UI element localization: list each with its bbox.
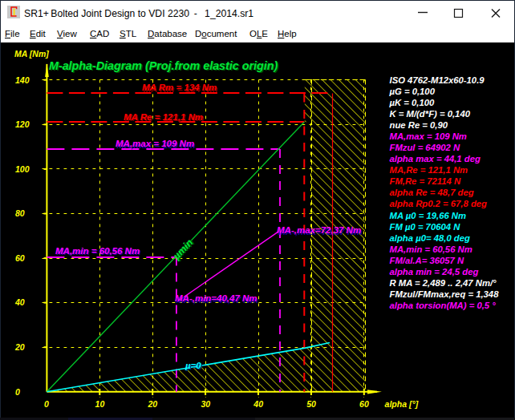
- svg-text:0: 0: [44, 399, 49, 409]
- svg-text:FMzul = 64902 N: FMzul = 64902 N: [390, 143, 460, 152]
- svg-text:µ=0: µ=0: [185, 361, 201, 370]
- svg-text:FM/al.A= 36057 N: FM/al.A= 36057 N: [390, 256, 464, 265]
- svg-text:60: 60: [359, 399, 369, 409]
- svg-text:alpha µ0= 48,0 deg: alpha µ0= 48,0 deg: [390, 233, 470, 243]
- svg-text:10: 10: [95, 399, 105, 409]
- svg-text:FM µ0 = 70604 N: FM µ0 = 70604 N: [390, 222, 461, 232]
- svg-text:MA Rm = 134 Nm: MA Rm = 134 Nm: [142, 83, 217, 92]
- svg-text:K = M/(d*F) = 0,140: K = M/(d*F) = 0,140: [390, 109, 471, 119]
- svg-text:MA,Re = 121,1 Nm: MA,Re = 121,1 Nm: [390, 165, 468, 175]
- svg-text:MA µ0 = 19,66 Nm: MA µ0 = 19,66 Nm: [390, 211, 467, 220]
- svg-text:MA-,min=40,47 Nm: MA-,min=40,47 Nm: [175, 293, 258, 303]
- svg-text:MA,max = 109 Nm: MA,max = 109 Nm: [116, 139, 194, 148]
- svg-text:140: 140: [15, 75, 30, 85]
- svg-text:MA,max = 109 Nm: MA,max = 109 Nm: [390, 131, 467, 141]
- svg-text:alpha max = 44,1 deg: alpha max = 44,1 deg: [390, 154, 481, 164]
- svg-text:100: 100: [15, 164, 30, 174]
- svg-text:MA Re = 121,1 Nm: MA Re = 121,1 Nm: [124, 112, 203, 122]
- svg-text:µK = 0,100: µK = 0,100: [389, 98, 436, 107]
- svg-text:120: 120: [15, 119, 30, 129]
- svg-text:nue Re = 0,90: nue Re = 0,90: [390, 120, 448, 130]
- svg-text:30: 30: [201, 399, 210, 409]
- svg-text:alpha Rp0.2 = 67,8 deg: alpha Rp0.2 = 67,8 deg: [390, 199, 488, 208]
- svg-text:ISO 4762-M12x60-10.9: ISO 4762-M12x60-10.9: [390, 75, 485, 85]
- svg-text:FMzul/FMmax,req = 1,348: FMzul/FMmax,req = 1,348: [390, 289, 500, 299]
- svg-text:alpha [°]: alpha [°]: [385, 399, 419, 409]
- svg-text:R MA = 2,489 .. 2,47 Nm/°: R MA = 2,489 .. 2,47 Nm/°: [390, 278, 497, 288]
- svg-text:MA,min = 60,56 Nm: MA,min = 60,56 Nm: [390, 244, 472, 254]
- svg-text:FM,Re = 72114 N: FM,Re = 72114 N: [390, 176, 461, 186]
- svg-text:40: 40: [253, 399, 263, 409]
- svg-text:MA-,max=72,37 Nm: MA-,max=72,37 Nm: [277, 225, 361, 235]
- svg-text:0: 0: [15, 387, 20, 397]
- svg-text:alpha Re = 48,7 deg: alpha Re = 48,7 deg: [390, 188, 474, 197]
- svg-text:alpha min = 24,5 deg: alpha min = 24,5 deg: [390, 267, 479, 277]
- svg-text:alpha torsion(MA) = 0,5 °: alpha torsion(MA) = 0,5 °: [390, 301, 497, 310]
- svg-text:MA [Nm]: MA [Nm]: [14, 49, 49, 59]
- svg-text:50: 50: [306, 399, 316, 409]
- svg-text:M-alpha-Diagram (Proj.from ela: M-alpha-Diagram (Proj.from elastic origi…: [49, 59, 278, 72]
- svg-text:MA,min = 60,56 Nm: MA,min = 60,56 Nm: [55, 246, 140, 256]
- svg-text:40: 40: [14, 297, 25, 307]
- svg-text:20: 20: [148, 399, 158, 409]
- svg-text:60: 60: [15, 253, 25, 263]
- svg-text:80: 80: [15, 208, 25, 218]
- svg-text:µG = 0,100: µG = 0,100: [389, 87, 436, 96]
- svg-text:20: 20: [14, 342, 25, 352]
